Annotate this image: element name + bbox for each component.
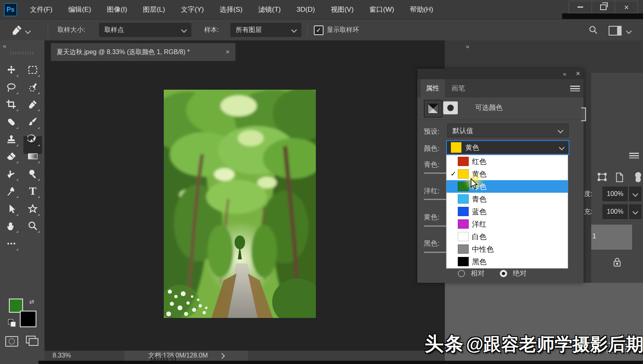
- tool-quick-select[interactable]: [25, 80, 40, 95]
- opacity-field[interactable]: 100%: [603, 187, 628, 201]
- option-label: 中性色: [472, 244, 494, 254]
- tool-gradient[interactable]: [25, 149, 40, 164]
- layers-menu-icon[interactable]: [629, 153, 639, 158]
- menu-select[interactable]: 选择(S): [217, 3, 245, 16]
- layer-row-selected[interactable]: 1: [591, 225, 632, 250]
- document-info: 文档:128.0M/128.0M: [124, 351, 248, 361]
- panel-menu-icon[interactable]: [570, 86, 580, 91]
- color-option-black[interactable]: 黑色: [446, 255, 568, 268]
- slider-track[interactable]: [424, 173, 446, 174]
- color-option-neutral[interactable]: 中性色: [446, 243, 568, 255]
- workspace-icon[interactable]: [609, 26, 622, 36]
- slider-track[interactable]: [424, 199, 446, 200]
- tool-zoom[interactable]: [25, 218, 40, 234]
- tool-eyedropper[interactable]: [25, 97, 40, 112]
- menu-help[interactable]: 帮助(H): [408, 3, 436, 16]
- tool-more-tools[interactable]: [4, 236, 19, 251]
- tool-smudge[interactable]: [4, 166, 19, 181]
- restore-button[interactable]: [592, 1, 615, 13]
- collapse-tools-button[interactable]: «: [3, 42, 6, 49]
- radio-relative[interactable]: [458, 270, 465, 277]
- lock-pixels-icon[interactable]: [615, 172, 624, 184]
- preset-select[interactable]: 默认值: [447, 124, 569, 137]
- color-select[interactable]: 黄色: [446, 140, 569, 155]
- quick-mask-button[interactable]: [5, 336, 18, 347]
- tool-path-select[interactable]: [4, 201, 19, 217]
- menu-bar: Ps 文件(F) 编辑(E) 图像(I) 图层(L) 文字(Y) 选择(S) 滤…: [0, 0, 643, 19]
- lock-position-icon[interactable]: [633, 172, 643, 184]
- menu-edit[interactable]: 编辑(E): [66, 3, 94, 16]
- document-close-icon[interactable]: ×: [226, 48, 230, 56]
- panel-grip[interactable]: [11, 52, 34, 55]
- tool-lasso[interactable]: [4, 80, 19, 95]
- search-icon[interactable]: [588, 25, 598, 36]
- menu-3d[interactable]: 3D(D): [294, 4, 317, 15]
- close-button[interactable]: ×: [615, 1, 638, 13]
- tab-properties[interactable]: 属性: [421, 79, 445, 97]
- workspace-chevron-icon[interactable]: [626, 28, 632, 34]
- color-option-white[interactable]: 白色: [446, 230, 568, 243]
- swap-colors-icon[interactable]: ⇄: [29, 298, 34, 305]
- tab-brushes[interactable]: 画笔: [445, 79, 472, 97]
- lock-icon[interactable]: [612, 257, 622, 269]
- mask-icon[interactable]: [443, 101, 458, 114]
- fill-field[interactable]: 100%: [603, 204, 628, 219]
- status-chevron-icon[interactable]: [219, 353, 225, 358]
- fill-chevron[interactable]: [629, 204, 641, 219]
- opacity-chevron[interactable]: [629, 187, 641, 201]
- tool-brush[interactable]: [25, 114, 40, 130]
- show-sampling-ring-checkbox[interactable]: ✓: [314, 25, 324, 35]
- color-option-cyan[interactable]: 青色: [446, 193, 568, 205]
- sample-label: 样本:: [204, 26, 219, 34]
- tool-move[interactable]: [4, 62, 19, 78]
- default-colors-icon-bg: [11, 322, 16, 327]
- color-option-red[interactable]: 红色: [446, 155, 568, 168]
- neutral-swatch: [458, 244, 469, 254]
- menu-type[interactable]: 文字(Y): [178, 3, 206, 16]
- menu-layer[interactable]: 图层(L): [140, 3, 167, 16]
- tool-rect-marquee[interactable]: [25, 62, 40, 78]
- tool-hand[interactable]: [4, 218, 19, 234]
- sample-select[interactable]: 所有图层: [231, 23, 301, 37]
- video-timestamp: 00:03:11: [151, 355, 177, 363]
- eyedropper-tool-icon[interactable]: [11, 24, 23, 37]
- slider-label-yellow: 黄色:: [424, 213, 440, 222]
- menu-window[interactable]: 窗口(W): [367, 3, 396, 16]
- selective-color-badge-icon[interactable]: [424, 100, 442, 118]
- tool-history-brush[interactable]: [25, 132, 40, 147]
- menu-filter[interactable]: 滤镜(T): [256, 3, 283, 16]
- tool-healing-brush[interactable]: [4, 114, 19, 130]
- radio-absolute[interactable]: [500, 270, 507, 277]
- minimize-button[interactable]: [569, 1, 592, 13]
- tool-pen[interactable]: [4, 183, 19, 199]
- tool-crop[interactable]: [4, 97, 19, 112]
- collapse-dock-button[interactable]: «: [466, 43, 469, 50]
- background-color-swatch[interactable]: [20, 311, 36, 327]
- menu-file[interactable]: 文件(F): [27, 3, 55, 16]
- sample-size-select[interactable]: 取样点: [99, 23, 191, 37]
- lock-transform-icon[interactable]: [597, 173, 607, 184]
- tool-type[interactable]: T: [25, 183, 40, 199]
- color-option-magenta[interactable]: 洋红: [446, 218, 568, 230]
- zoom-level[interactable]: 8.33%: [53, 352, 71, 359]
- tool-preset-chevron-icon[interactable]: [25, 28, 31, 34]
- radio-relative-label: 相对: [471, 269, 484, 278]
- photoshop-logo-icon: Ps: [4, 3, 17, 16]
- tool-custom-shape[interactable]: [25, 201, 40, 217]
- slider-track[interactable]: [424, 252, 446, 253]
- document-tab[interactable]: 夏天边秋.jpeg @ 8.33% (选取颜色 1, RGB/8) * ×: [51, 43, 236, 61]
- properties-panel-header[interactable]: « ×: [417, 69, 584, 79]
- screen-mode-button[interactable]: [26, 336, 36, 343]
- tool-dodge[interactable]: [25, 166, 40, 181]
- collapse-panel-button[interactable]: «: [563, 70, 566, 77]
- slider-track[interactable]: [424, 225, 446, 227]
- color-option-blue[interactable]: 蓝色: [446, 205, 568, 218]
- divider: [417, 120, 584, 120]
- menu-image[interactable]: 图像(I): [104, 3, 129, 16]
- black-swatch: [458, 257, 469, 266]
- menu-view[interactable]: 视图(V): [328, 3, 356, 16]
- tool-clone-stamp[interactable]: [4, 132, 19, 147]
- tool-eraser[interactable]: [4, 149, 19, 164]
- close-panel-button[interactable]: ×: [576, 69, 580, 78]
- sample-size-value: 取样点: [104, 26, 124, 34]
